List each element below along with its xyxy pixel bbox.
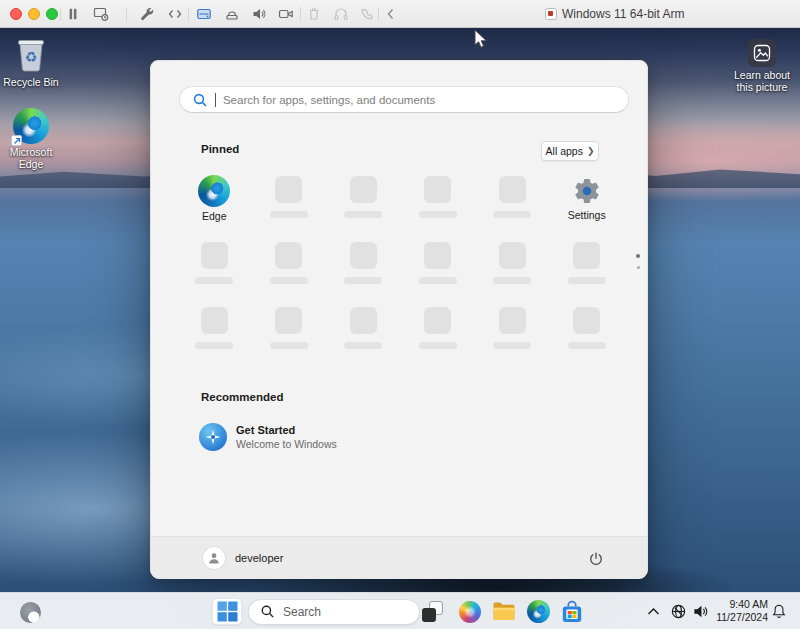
- macos-titlebar: Windows 11 64-bit Arm: [0, 0, 800, 28]
- pinned-placeholder-tile: [326, 171, 401, 237]
- store-bag-icon: [561, 600, 583, 624]
- zoom-button[interactable]: [46, 8, 58, 20]
- folder-icon: [492, 601, 516, 622]
- all-apps-button[interactable]: All apps ❯: [541, 141, 599, 161]
- pinned-placeholder-tile: [326, 237, 401, 302]
- start-menu: Pinned All apps ❯ Edge: [150, 60, 648, 578]
- user-name: developer: [235, 552, 283, 564]
- close-button[interactable]: [10, 8, 22, 20]
- edge-shortcut-label: Microsoft Edge: [0, 146, 62, 170]
- task-view-button[interactable]: [418, 598, 446, 626]
- notifications-button[interactable]: [770, 602, 788, 620]
- vm-screen: ♻ Recycle Bin Microsoft Edge Learn a: [0, 28, 800, 629]
- start-button[interactable]: [212, 598, 242, 625]
- windows-logo-icon: [217, 601, 238, 622]
- user-avatar: [203, 547, 225, 569]
- pinned-placeholder-tile: [177, 237, 252, 302]
- copilot-button[interactable]: [456, 598, 484, 626]
- pinned-placeholder-tile: [326, 302, 401, 367]
- clock[interactable]: 9:40 AM 11/27/2024: [712, 598, 768, 624]
- sound-icon[interactable]: [250, 5, 268, 23]
- svg-text:♻: ♻: [25, 49, 38, 65]
- pinned-placeholder-tile: [475, 171, 550, 237]
- minimize-button[interactable]: [28, 8, 40, 20]
- phone-icon[interactable]: [358, 5, 376, 23]
- file-explorer-button[interactable]: [490, 598, 518, 626]
- recycle-bin-icon: ♻: [13, 34, 49, 74]
- vm-icon: [545, 8, 557, 20]
- hidden-icons-button[interactable]: [644, 603, 662, 619]
- chevron-up-icon: [647, 607, 660, 616]
- network-globe-icon: [670, 603, 687, 620]
- copilot-icon: [459, 601, 481, 623]
- recommended-item-title: Get Started: [236, 424, 337, 436]
- pause-icon[interactable]: [64, 5, 82, 23]
- pinned-placeholder-tile: [550, 302, 625, 367]
- bell-icon: [771, 603, 787, 619]
- pinned-apps-grid: Edge Settings: [177, 171, 624, 367]
- camera-icon[interactable]: [277, 5, 295, 23]
- toolbar-separator: [188, 7, 189, 21]
- weather-widget-icon: [20, 602, 41, 623]
- toolbar-separator: [300, 7, 301, 21]
- gear-icon: [572, 176, 602, 206]
- power-button[interactable]: [585, 548, 607, 570]
- start-search-box[interactable]: [179, 86, 629, 113]
- pinned-placeholder-tile: [550, 237, 625, 302]
- recommended-item-get-started[interactable]: Get Started Welcome to Windows: [199, 423, 337, 451]
- chevron-right-icon: ❯: [587, 146, 595, 156]
- volume-button[interactable]: [690, 601, 710, 621]
- code-brackets-icon[interactable]: [166, 5, 184, 23]
- window-title-text: Windows 11 64-bit Arm: [562, 7, 685, 21]
- desktop-icon-learn-about-picture[interactable]: Learn about this picture: [731, 39, 793, 93]
- page-dot-active[interactable]: [636, 254, 640, 258]
- window-title: Windows 11 64-bit Arm: [545, 0, 685, 28]
- clock-time: 9:40 AM: [712, 598, 768, 611]
- start-search-input[interactable]: [223, 94, 616, 106]
- pinned-placeholder-tile: [475, 302, 550, 367]
- taskbar-search-button[interactable]: Search: [248, 599, 420, 625]
- start-menu-footer: developer: [151, 536, 647, 579]
- pinned-placeholder-tile: [252, 302, 327, 367]
- clock-date: 11/27/2024: [712, 611, 768, 624]
- toolbar-separator: [378, 7, 379, 21]
- pinned-placeholder-tile: [252, 171, 327, 237]
- desktop-icon-microsoft-edge[interactable]: Microsoft Edge: [0, 108, 62, 170]
- pinned-placeholder-tile: [401, 237, 476, 302]
- user-profile-button[interactable]: developer: [203, 547, 283, 569]
- collapse-toolbar-icon[interactable]: [382, 5, 400, 23]
- recommended-section-title: Recommended: [201, 391, 283, 403]
- pinned-page-dots[interactable]: [634, 254, 642, 269]
- shortcut-arrow-icon: [11, 135, 22, 146]
- mouse-cursor: [474, 29, 488, 53]
- toolbar-separator: [60, 7, 61, 21]
- pinned-placeholder-tile: [475, 237, 550, 302]
- all-apps-label: All apps: [546, 145, 583, 157]
- pinned-section-title: Pinned: [201, 143, 239, 155]
- trash-icon[interactable]: [305, 5, 323, 23]
- power-icon: [588, 551, 604, 567]
- desktop-icon-recycle-bin[interactable]: ♻ Recycle Bin: [0, 34, 62, 88]
- text-caret: [215, 93, 216, 107]
- speaker-icon: [692, 603, 709, 620]
- edge-icon: [198, 175, 230, 207]
- page-dot[interactable]: [637, 266, 640, 269]
- cd-drive-icon[interactable]: [195, 5, 213, 23]
- pinned-placeholder-tile: [401, 302, 476, 367]
- edge-button[interactable]: [524, 598, 552, 626]
- taskbar: Search: [0, 592, 800, 629]
- vmware-window: Windows 11 64-bit Arm ♻ Recycle Bin Micr…: [0, 0, 800, 629]
- headphones-icon[interactable]: [332, 5, 350, 23]
- recommended-item-subtitle: Welcome to Windows: [236, 438, 337, 450]
- network-button[interactable]: [668, 601, 688, 621]
- pinned-app-edge[interactable]: Edge: [177, 171, 252, 237]
- learn-picture-label: Learn about this picture: [732, 69, 792, 93]
- usb-device-icon[interactable]: [223, 5, 241, 23]
- pinned-placeholder-tile: [252, 237, 327, 302]
- settings-wrench-icon[interactable]: [138, 5, 156, 23]
- recycle-bin-label: Recycle Bin: [3, 76, 58, 88]
- pinned-app-settings[interactable]: Settings: [550, 171, 625, 237]
- widgets-button[interactable]: [18, 600, 42, 624]
- microsoft-store-button[interactable]: [558, 598, 586, 626]
- snapshots-icon[interactable]: [92, 5, 110, 23]
